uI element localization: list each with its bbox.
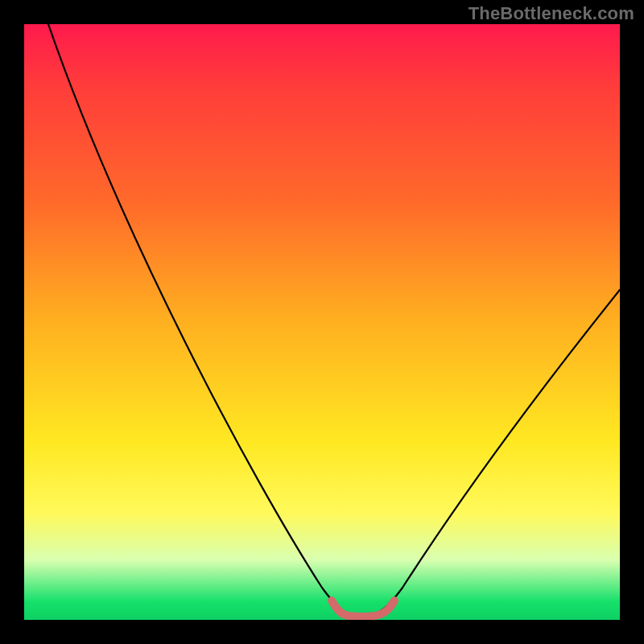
curve-layer [24,24,620,620]
watermark-text: TheBottleneck.com [469,3,634,24]
chart-frame: TheBottleneck.com [0,0,644,644]
trough-marker [332,601,394,617]
bottleneck-curve [48,24,620,617]
